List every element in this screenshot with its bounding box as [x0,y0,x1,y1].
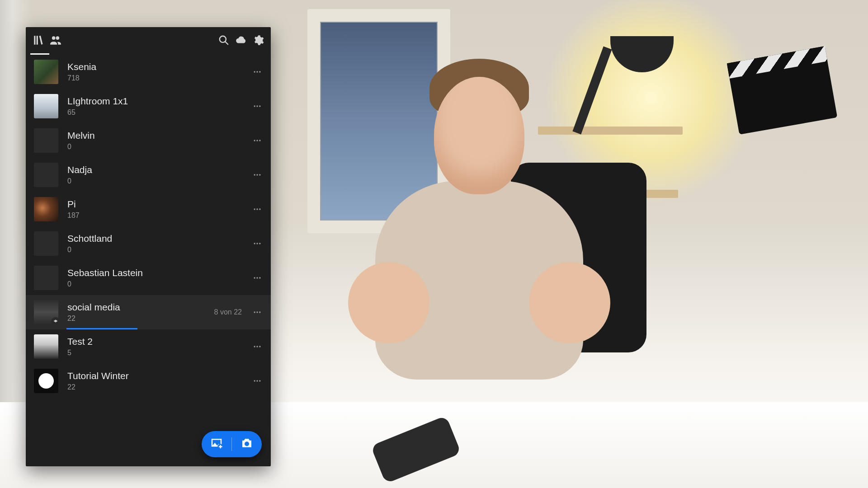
svg-point-23 [254,311,255,313]
album-title: Test 2 [67,336,242,347]
album-row[interactable]: Ksenia718 [26,55,271,89]
album-more-icon[interactable] [251,306,264,319]
svg-point-33 [245,441,249,446]
album-thumbnail [34,163,58,187]
album-thumbnail [34,369,58,393]
album-title: Sebastian Lastein [67,267,242,278]
album-row[interactable]: Melvin0 [26,123,271,158]
album-count: 5 [67,349,71,357]
cloud-icon[interactable] [235,34,247,47]
svg-point-31 [259,380,260,381]
svg-point-9 [256,140,258,141]
album-meta: Nadja0 [67,164,242,185]
svg-point-15 [256,208,258,210]
bg-person-arm-right [529,262,610,343]
bg-shelf-top [538,127,683,135]
album-more-icon[interactable] [251,169,264,181]
album-meta: Melvin0 [67,130,242,150]
album-count: 65 [67,108,75,117]
tab-library-icon[interactable] [32,34,45,47]
album-meta: Tutorial Winter22 [67,371,242,391]
album-row[interactable]: Tutorial Winter22 [26,364,271,398]
svg-point-27 [256,346,258,347]
album-count: 22 [67,383,75,391]
svg-point-8 [254,140,255,141]
svg-point-3 [256,71,258,72]
tab-shared-icon[interactable] [49,34,62,47]
album-thumbnail [34,300,58,324]
svg-point-13 [259,174,260,175]
album-more-icon[interactable] [251,272,264,284]
album-thumbnail [34,128,58,153]
album-more-icon[interactable] [251,375,264,387]
album-row[interactable]: Nadja0 [26,158,271,192]
camera-icon[interactable] [240,436,254,452]
album-meta: LIghtroom 1x165 [67,96,242,116]
album-title: Schottland [67,233,242,244]
album-row[interactable]: Schottland0 [26,226,271,261]
add-capture-fab[interactable] [202,431,262,457]
album-thumbnail [34,266,58,290]
album-row[interactable]: LIghtroom 1x165 [26,89,271,123]
album-count: 0 [67,246,71,254]
album-count: 0 [67,280,71,288]
svg-point-20 [254,277,255,278]
album-thumbnail [34,94,58,118]
svg-point-18 [256,243,258,244]
svg-point-25 [259,311,260,313]
bg-lamp-shade [610,36,674,72]
album-more-icon[interactable] [251,100,264,113]
svg-line-1 [225,42,228,45]
svg-point-7 [259,105,260,107]
search-icon[interactable] [217,34,230,47]
album-thumbnail [34,60,58,84]
album-meta: Ksenia718 [67,61,242,82]
album-count: 187 [67,211,80,220]
album-more-icon[interactable] [251,134,264,147]
fab-divider [231,437,232,451]
album-title: Ksenia [67,61,242,72]
album-meta: social media22 [67,302,205,322]
album-row[interactable]: Sebastian Lastein0 [26,261,271,295]
album-meta: Pi187 [67,199,242,219]
album-meta: Test 25 [67,336,242,357]
album-more-icon[interactable] [251,237,264,250]
album-count: 718 [67,74,80,82]
add-photos-icon[interactable] [210,436,223,452]
svg-point-11 [254,174,255,175]
album-title: LIghtroom 1x1 [67,96,242,106]
album-sync-status: 8 von 22 [214,308,242,316]
album-title: Tutorial Winter [67,371,242,381]
sync-badge-icon [51,317,58,324]
svg-point-26 [254,346,255,347]
album-title: social media [67,302,205,312]
svg-point-17 [254,243,255,244]
svg-point-22 [259,277,260,278]
svg-point-24 [256,311,258,313]
album-more-icon[interactable] [251,66,264,78]
album-meta: Schottland0 [67,233,242,253]
album-thumbnail [34,334,58,359]
svg-point-21 [256,277,258,278]
album-thumbnail [34,197,58,221]
svg-point-10 [259,140,260,141]
svg-point-29 [254,380,255,381]
svg-point-28 [259,346,260,347]
top-toolbar [26,27,271,53]
bg-lamp-arm [572,47,612,135]
album-count: 0 [67,177,71,185]
album-meta: Sebastian Lastein0 [67,267,242,288]
album-row[interactable]: Test 25 [26,329,271,364]
album-row[interactable]: social media228 von 22 [26,295,271,329]
album-more-icon[interactable] [251,340,264,353]
album-more-icon[interactable] [251,203,264,216]
svg-point-16 [259,208,260,210]
album-list[interactable]: Ksenia718LIghtroom 1x165Melvin0Nadja0Pi1… [26,55,271,466]
album-row[interactable]: Pi187 [26,192,271,226]
svg-point-14 [254,208,255,210]
album-title: Nadja [67,164,242,175]
bg-person-head [434,77,524,194]
settings-gear-icon[interactable] [252,34,264,47]
svg-point-12 [256,174,258,175]
album-title: Pi [67,199,242,209]
